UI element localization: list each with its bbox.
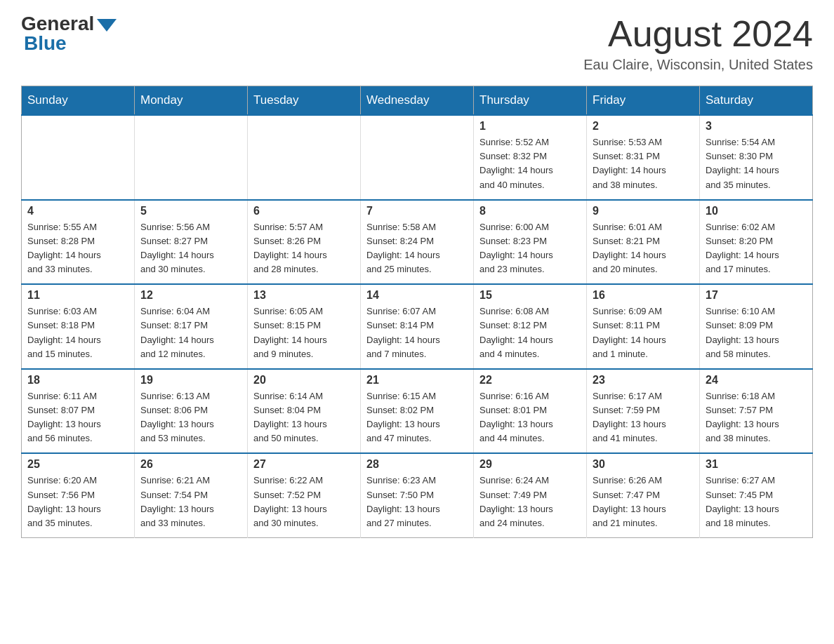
calendar-day-cell — [135, 115, 248, 200]
day-info-text: Sunrise: 6:27 AMSunset: 7:45 PMDaylight:… — [706, 474, 807, 530]
day-info-text: Sunrise: 5:57 AMSunset: 8:26 PMDaylight:… — [253, 220, 355, 277]
calendar-day-cell: 7Sunrise: 5:58 AMSunset: 8:24 PMDaylight… — [361, 200, 474, 285]
calendar-day-cell: 5Sunrise: 5:56 AMSunset: 8:27 PMDaylight… — [135, 200, 248, 285]
day-of-week-header: Tuesday — [248, 86, 361, 116]
day-info-text: Sunrise: 6:16 AMSunset: 8:01 PMDaylight:… — [479, 389, 581, 446]
day-number: 28 — [366, 458, 468, 471]
calendar-day-cell: 2Sunrise: 5:53 AMSunset: 8:31 PMDaylight… — [587, 115, 700, 200]
day-info-text: Sunrise: 6:17 AMSunset: 7:59 PMDaylight:… — [593, 389, 694, 446]
day-number: 10 — [706, 205, 807, 217]
location-text: Eau Claire, Wisconsin, United States — [583, 57, 813, 73]
calendar-day-cell: 1Sunrise: 5:52 AMSunset: 8:32 PMDaylight… — [474, 115, 587, 200]
day-number: 21 — [366, 374, 468, 387]
calendar-day-cell: 10Sunrise: 6:02 AMSunset: 8:20 PMDayligh… — [700, 200, 813, 285]
calendar-day-cell — [248, 115, 361, 200]
calendar-day-cell: 29Sunrise: 6:24 AMSunset: 7:49 PMDayligh… — [474, 453, 587, 537]
day-info-text: Sunrise: 6:26 AMSunset: 7:47 PMDaylight:… — [593, 474, 694, 530]
day-number: 15 — [479, 289, 581, 302]
day-info-text: Sunrise: 6:15 AMSunset: 8:02 PMDaylight:… — [366, 389, 468, 446]
day-number: 11 — [27, 289, 128, 302]
logo-arrow-icon — [97, 19, 117, 32]
calendar-week-row: 25Sunrise: 6:20 AMSunset: 7:56 PMDayligh… — [22, 453, 813, 537]
day-info-text: Sunrise: 5:52 AMSunset: 8:32 PMDaylight:… — [479, 135, 581, 192]
day-info-text: Sunrise: 6:23 AMSunset: 7:50 PMDaylight:… — [366, 474, 468, 530]
calendar-day-cell: 8Sunrise: 6:00 AMSunset: 8:23 PMDaylight… — [474, 200, 587, 285]
calendar-day-cell: 11Sunrise: 6:03 AMSunset: 8:18 PMDayligh… — [22, 284, 135, 369]
day-number: 20 — [253, 374, 355, 387]
page-header: General Blue August 2024 Eau Claire, Wis… — [21, 14, 813, 73]
calendar-day-cell: 20Sunrise: 6:14 AMSunset: 8:04 PMDayligh… — [248, 369, 361, 454]
calendar-day-cell: 16Sunrise: 6:09 AMSunset: 8:11 PMDayligh… — [587, 284, 700, 369]
calendar-day-cell: 25Sunrise: 6:20 AMSunset: 7:56 PMDayligh… — [22, 453, 135, 537]
logo-general-text: General — [21, 14, 94, 34]
calendar-day-cell: 3Sunrise: 5:54 AMSunset: 8:30 PMDaylight… — [700, 115, 813, 200]
day-number: 5 — [140, 205, 241, 217]
calendar-day-cell: 17Sunrise: 6:10 AMSunset: 8:09 PMDayligh… — [700, 284, 813, 369]
day-of-week-header: Saturday — [700, 86, 813, 116]
day-number: 19 — [140, 374, 241, 387]
day-info-text: Sunrise: 5:58 AMSunset: 8:24 PMDaylight:… — [366, 220, 468, 277]
day-number: 3 — [706, 120, 807, 133]
day-info-text: Sunrise: 6:05 AMSunset: 8:15 PMDaylight:… — [253, 304, 355, 361]
calendar-day-cell: 31Sunrise: 6:27 AMSunset: 7:45 PMDayligh… — [700, 453, 813, 537]
day-info-text: Sunrise: 6:02 AMSunset: 8:20 PMDaylight:… — [706, 220, 807, 277]
calendar-day-cell — [22, 115, 135, 200]
day-of-week-header: Friday — [587, 86, 700, 116]
day-number: 17 — [706, 289, 807, 302]
day-number: 23 — [593, 374, 694, 387]
day-number: 6 — [253, 205, 355, 217]
calendar-week-row: 1Sunrise: 5:52 AMSunset: 8:32 PMDaylight… — [22, 115, 813, 200]
day-of-week-header: Monday — [135, 86, 248, 116]
day-info-text: Sunrise: 6:04 AMSunset: 8:17 PMDaylight:… — [140, 304, 241, 361]
day-of-week-header: Thursday — [474, 86, 587, 116]
calendar-day-cell: 22Sunrise: 6:16 AMSunset: 8:01 PMDayligh… — [474, 369, 587, 454]
logo: General Blue — [21, 14, 117, 53]
day-number: 2 — [593, 120, 694, 133]
day-info-text: Sunrise: 6:09 AMSunset: 8:11 PMDaylight:… — [593, 304, 694, 361]
title-section: August 2024 Eau Claire, Wisconsin, Unite… — [583, 14, 813, 73]
day-info-text: Sunrise: 6:03 AMSunset: 8:18 PMDaylight:… — [27, 304, 128, 361]
day-info-text: Sunrise: 6:13 AMSunset: 8:06 PMDaylight:… — [140, 389, 241, 446]
calendar-day-cell: 21Sunrise: 6:15 AMSunset: 8:02 PMDayligh… — [361, 369, 474, 454]
calendar-day-cell: 23Sunrise: 6:17 AMSunset: 7:59 PMDayligh… — [587, 369, 700, 454]
calendar-day-cell: 27Sunrise: 6:22 AMSunset: 7:52 PMDayligh… — [248, 453, 361, 537]
calendar-day-cell — [361, 115, 474, 200]
day-number: 26 — [140, 458, 241, 471]
day-number: 24 — [706, 374, 807, 387]
day-info-text: Sunrise: 6:21 AMSunset: 7:54 PMDaylight:… — [140, 474, 241, 530]
day-number: 8 — [479, 205, 581, 217]
calendar-day-cell: 6Sunrise: 5:57 AMSunset: 8:26 PMDaylight… — [248, 200, 361, 285]
day-info-text: Sunrise: 6:14 AMSunset: 8:04 PMDaylight:… — [253, 389, 355, 446]
calendar-day-cell: 28Sunrise: 6:23 AMSunset: 7:50 PMDayligh… — [361, 453, 474, 537]
day-info-text: Sunrise: 6:00 AMSunset: 8:23 PMDaylight:… — [479, 220, 581, 277]
day-number: 9 — [593, 205, 694, 217]
day-number: 18 — [27, 374, 128, 387]
calendar-day-cell: 4Sunrise: 5:55 AMSunset: 8:28 PMDaylight… — [22, 200, 135, 285]
day-info-text: Sunrise: 6:24 AMSunset: 7:49 PMDaylight:… — [479, 474, 581, 530]
day-info-text: Sunrise: 6:07 AMSunset: 8:14 PMDaylight:… — [366, 304, 468, 361]
day-info-text: Sunrise: 6:08 AMSunset: 8:12 PMDaylight:… — [479, 304, 581, 361]
day-info-text: Sunrise: 5:56 AMSunset: 8:27 PMDaylight:… — [140, 220, 241, 277]
day-number: 30 — [593, 458, 694, 471]
calendar-day-cell: 24Sunrise: 6:18 AMSunset: 7:57 PMDayligh… — [700, 369, 813, 454]
calendar-week-row: 18Sunrise: 6:11 AMSunset: 8:07 PMDayligh… — [22, 369, 813, 454]
day-number: 16 — [593, 289, 694, 302]
calendar-day-cell: 12Sunrise: 6:04 AMSunset: 8:17 PMDayligh… — [135, 284, 248, 369]
day-info-text: Sunrise: 5:55 AMSunset: 8:28 PMDaylight:… — [27, 220, 128, 277]
day-number: 1 — [479, 120, 581, 133]
calendar-header-row: SundayMondayTuesdayWednesdayThursdayFrid… — [22, 86, 813, 116]
day-number: 25 — [27, 458, 128, 471]
calendar-day-cell: 9Sunrise: 6:01 AMSunset: 8:21 PMDaylight… — [587, 200, 700, 285]
calendar-day-cell: 26Sunrise: 6:21 AMSunset: 7:54 PMDayligh… — [135, 453, 248, 537]
day-number: 27 — [253, 458, 355, 471]
calendar-week-row: 11Sunrise: 6:03 AMSunset: 8:18 PMDayligh… — [22, 284, 813, 369]
calendar-week-row: 4Sunrise: 5:55 AMSunset: 8:28 PMDaylight… — [22, 200, 813, 285]
day-number: 31 — [706, 458, 807, 471]
day-info-text: Sunrise: 5:54 AMSunset: 8:30 PMDaylight:… — [706, 135, 807, 192]
calendar-day-cell: 19Sunrise: 6:13 AMSunset: 8:06 PMDayligh… — [135, 369, 248, 454]
day-info-text: Sunrise: 6:18 AMSunset: 7:57 PMDaylight:… — [706, 389, 807, 446]
day-info-text: Sunrise: 6:20 AMSunset: 7:56 PMDaylight:… — [27, 474, 128, 530]
month-title: August 2024 — [583, 14, 813, 54]
calendar-day-cell: 15Sunrise: 6:08 AMSunset: 8:12 PMDayligh… — [474, 284, 587, 369]
day-info-text: Sunrise: 6:11 AMSunset: 8:07 PMDaylight:… — [27, 389, 128, 446]
